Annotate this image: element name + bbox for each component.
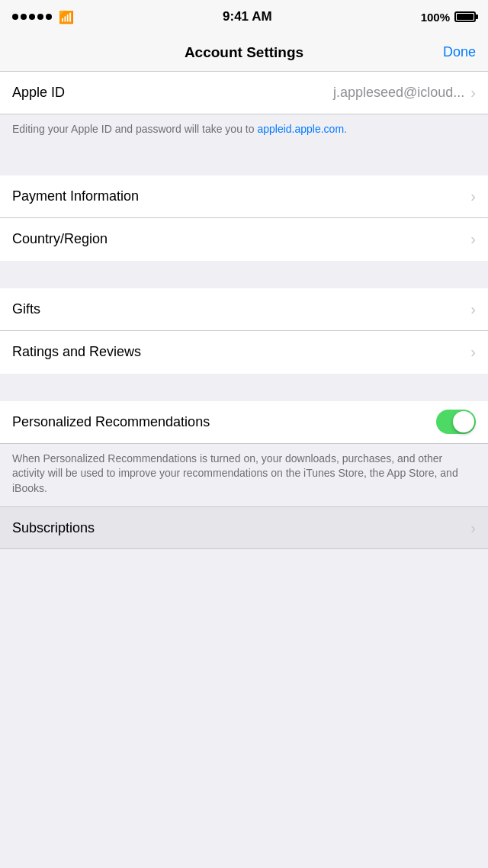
nav-bar: Account Settings Done (0, 34, 488, 72)
recommendations-label: Personalized Recommendations (12, 414, 210, 430)
payment-right: › (470, 188, 476, 205)
subscriptions-chevron: › (470, 519, 476, 537)
recommendations-section: Personalized Recommendations (0, 401, 488, 444)
subscriptions-row[interactable]: Subscriptions › (0, 506, 488, 549)
apple-id-section: Apple ID j.appleseed@icloud... › (0, 72, 488, 114)
status-time: 9:41 AM (223, 9, 272, 24)
apple-id-chevron: › (470, 84, 476, 101)
battery-icon (454, 11, 476, 22)
signal-dot-4 (37, 14, 43, 20)
section-gap-3 (0, 374, 488, 401)
subscriptions-label: Subscriptions (12, 520, 95, 536)
section-gap-2 (0, 261, 488, 288)
country-chevron: › (470, 230, 476, 248)
gifts-section: Gifts › Ratings and Reviews › (0, 288, 488, 374)
recommendations-footnote: When Personalized Recommendations is tur… (0, 444, 488, 507)
battery-body (454, 11, 476, 22)
country-label: Country/Region (12, 231, 108, 247)
wifi-icon: 📶 (59, 10, 74, 24)
section-gap-1 (0, 148, 488, 175)
signal-dot-3 (29, 14, 35, 20)
done-button[interactable]: Done (443, 44, 476, 60)
ratings-row[interactable]: Ratings and Reviews › (0, 331, 488, 374)
apple-id-link[interactable]: appleid.apple.com (257, 123, 344, 135)
apple-id-value: j.appleseed@icloud... (333, 85, 464, 101)
recommendations-toggle[interactable] (436, 410, 476, 434)
apple-id-label: Apple ID (12, 85, 65, 101)
signal-dots (12, 14, 52, 20)
status-bar: 📶 9:41 AM 100% (0, 0, 488, 34)
payment-chevron: › (470, 188, 476, 205)
apple-id-footnote-text: Editing your Apple ID and password will … (12, 123, 257, 135)
battery-fill (457, 14, 474, 20)
status-right: 100% (421, 11, 476, 24)
ratings-chevron: › (470, 343, 476, 361)
page-title: Account Settings (185, 44, 303, 61)
apple-id-footnote-suffix: . (344, 123, 347, 135)
country-right: › (470, 230, 476, 248)
country-row[interactable]: Country/Region › (0, 218, 488, 261)
signal-dot-2 (21, 14, 27, 20)
gifts-row[interactable]: Gifts › (0, 288, 488, 331)
recommendations-row: Personalized Recommendations (0, 401, 488, 444)
gifts-chevron: › (470, 301, 476, 318)
battery-percent: 100% (421, 11, 450, 24)
payment-section: Payment Information › Country/Region › (0, 175, 488, 261)
signal-dot-5 (46, 14, 52, 20)
gifts-right: › (470, 301, 476, 318)
payment-row[interactable]: Payment Information › (0, 175, 488, 218)
apple-id-row[interactable]: Apple ID j.appleseed@icloud... › (0, 72, 488, 114)
ratings-label: Ratings and Reviews (12, 344, 141, 360)
apple-id-footnote: Editing your Apple ID and password will … (0, 114, 488, 148)
gifts-label: Gifts (12, 301, 40, 317)
signal-dot-1 (12, 14, 18, 20)
status-left: 📶 (12, 10, 74, 24)
apple-id-right: j.appleseed@icloud... › (333, 84, 476, 101)
ratings-right: › (470, 343, 476, 361)
toggle-knob (453, 411, 474, 432)
payment-label: Payment Information (12, 188, 139, 204)
